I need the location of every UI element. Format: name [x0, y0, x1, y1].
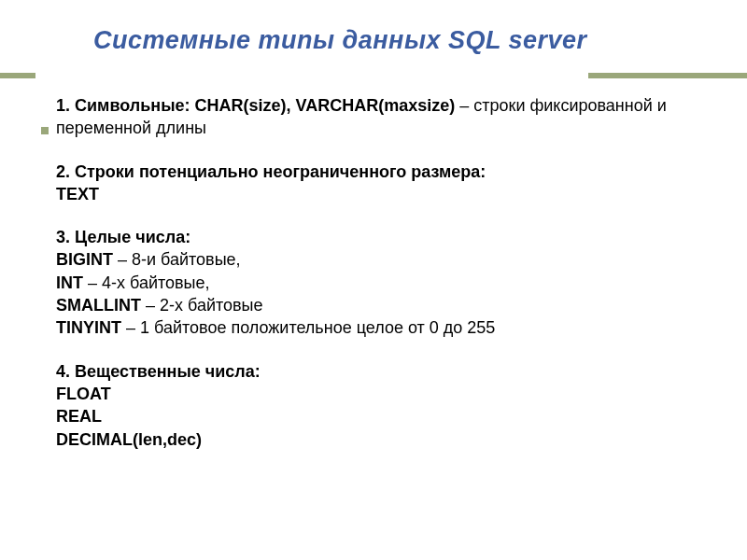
s4-l4: DECIMAL(len,dec): [56, 428, 691, 451]
section-2: 2. Строки потенциально неограниченного р…: [56, 161, 691, 206]
s3-l2-bold: BIGINT: [56, 250, 113, 269]
section-4: 4. Вещественные числа: FLOAT REAL DECIMA…: [56, 360, 691, 451]
s3-l5-rest: – 1 байтовое положительное целое от 0 до…: [121, 318, 495, 337]
s4-l2: FLOAT: [56, 383, 691, 405]
s3-l4-bold: SMALLINT: [56, 296, 141, 315]
s4-line1: 4. Вещественные числа:: [56, 360, 691, 383]
s3-l3-rest: – 4-х байтовые,: [83, 273, 210, 292]
section-3: 3. Целые числа: BIGINT – 8-и байтовые, I…: [56, 226, 691, 339]
s3-l5-bold: TINYINT: [56, 318, 121, 337]
s3-l4-rest: – 2-х байтовые: [141, 296, 263, 315]
slide-content: 1. Символьные: CHAR(size), VARCHAR(maxsi…: [0, 66, 747, 451]
decor-bar-right: [588, 73, 747, 78]
section-1: 1. Символьные: CHAR(size), VARCHAR(maxsi…: [56, 94, 691, 140]
decor-square: [41, 127, 49, 134]
s2-line2: TEXT: [56, 183, 691, 205]
s2-line1: 2. Строки потенциально неограниченного р…: [56, 161, 691, 183]
slide-title: Системные типы данных SQL server: [93, 26, 691, 55]
decor-bar-left: [0, 73, 35, 78]
s3-l2-rest: – 8-и байтовые,: [113, 250, 241, 269]
s4-l3: REAL: [56, 405, 691, 427]
s3-l3-bold: INT: [56, 273, 83, 292]
s3-line1: 3. Целые числа:: [56, 226, 691, 248]
s1-lead-bold: 1. Символьные: CHAR(size), VARCHAR(maxsi…: [56, 96, 455, 115]
title-bar: Системные типы данных SQL server: [0, 0, 747, 66]
